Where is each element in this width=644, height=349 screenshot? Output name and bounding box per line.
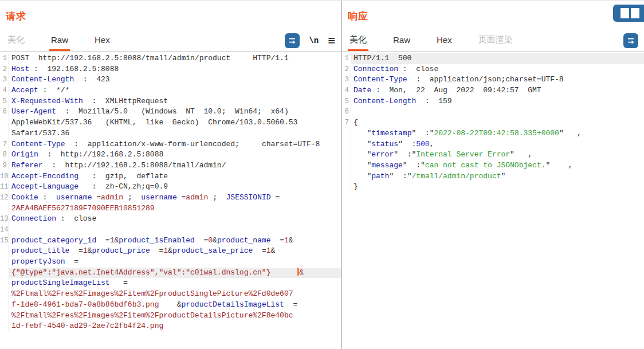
code-line: 4Accept : */*	[0, 85, 341, 96]
code-line: "path" :"/tmall/admin/product"	[342, 171, 644, 182]
code-text: "path" :"/tmall/admin/product"	[351, 171, 644, 182]
code-text: Safari/537.36	[9, 128, 341, 139]
line-number	[0, 203, 9, 214]
code-text: "timestamp" :"2022-08-22T09:42:58.335+00…	[351, 128, 644, 139]
line-number	[342, 139, 351, 150]
code-text: X-Requested-With : XMLHttpRequest	[9, 96, 341, 107]
line-number: 3	[0, 74, 9, 85]
line-number: 7	[0, 139, 9, 150]
code-line: }	[342, 182, 644, 193]
code-line: 2Host : 192.168.2.5:8088	[0, 64, 341, 75]
line-number	[0, 289, 9, 300]
code-text: product_title =1&product_price =1&produc…	[9, 246, 341, 257]
code-text: Content-Type : application/json;charset=…	[351, 74, 644, 85]
tab-美化[interactable]: 美化	[6, 30, 26, 51]
line-number	[0, 117, 9, 128]
code-text: productSingleImageList =	[9, 278, 341, 289]
response-tab-icons	[623, 30, 638, 51]
code-line: 6User-Agent : Mozilla/5.0 (Windows NT 10…	[0, 107, 341, 117]
code-line: %2Ftmall%2Fres%2Fimages%2Fitem%2Fproduct…	[0, 289, 341, 300]
code-line: "error" :"Internal Server Error" ,	[342, 150, 644, 160]
code-line: 5X-Requested-With : XMLHttpRequest	[0, 96, 341, 107]
newline-char-icon[interactable]: \n	[309, 36, 319, 45]
code-text: Accept-Encoding : gzip, deflate	[9, 171, 341, 182]
line-number: 13	[0, 214, 9, 225]
request-raw-editor[interactable]: 1POST http://192.168.2.5:8088/tmall/admi…	[0, 52, 341, 349]
tab-美化[interactable]: 美化	[348, 30, 368, 51]
line-number	[342, 160, 351, 171]
code-text: POST http://192.168.2.5:8088/tmall/admin…	[9, 53, 341, 64]
code-text: product_category_id =1&product_isEnabled…	[9, 236, 341, 246]
response-pretty-editor[interactable]: 1HTTP/1.1 5002Connection : close3Content…	[342, 52, 644, 349]
line-number: 2	[0, 64, 9, 75]
code-text: Connection : close	[351, 64, 644, 75]
code-text: "error" :"Internal Server Error" ,	[351, 150, 644, 160]
code-text: Date : Mon, 22 Aug 2022 09:42:57 GMT	[351, 85, 644, 96]
code-line: 1HTTP/1.1 500	[342, 53, 644, 64]
line-number	[0, 300, 9, 311]
line-number: 1	[0, 53, 9, 64]
code-line: 11Accept-Language : zh-CN,zh;q=0.9	[0, 182, 341, 193]
line-number	[342, 150, 351, 160]
code-text: HTTP/1.1 500	[351, 53, 644, 64]
code-line: 2Connection : close	[342, 64, 644, 75]
code-text: Content-Type : application/x-www-form-ur…	[9, 139, 341, 150]
tab-Raw[interactable]: Raw	[391, 30, 412, 51]
line-number	[0, 311, 9, 321]
code-line: 7{	[342, 117, 644, 128]
line-number: 10	[0, 171, 9, 182]
code-line: 15product_category_id =1&product_isEnabl…	[0, 236, 341, 246]
code-text: Accept : */*	[9, 85, 341, 96]
code-text: f-1de8-4961-bda7-0a8b86bdf6b3.png &produ…	[9, 300, 341, 311]
code-line: 13Connection : close	[0, 214, 341, 225]
code-text: Referer : http://192.168.2.5:8088/tmall/…	[9, 160, 341, 171]
code-line: 9Referer : http://192.168.2.5:8088/tmall…	[0, 160, 341, 171]
line-number: 3	[342, 74, 351, 85]
line-number: 11	[0, 182, 9, 193]
word-wrap-icon[interactable]	[623, 33, 638, 48]
line-number	[0, 128, 9, 139]
code-line: 7Content-Type : application/x-www-form-u…	[0, 139, 341, 150]
code-text: %2Ftmall%2Fres%2Fimages%2Fitem%2Fproduct…	[9, 289, 341, 300]
code-line: Safari/537.36	[0, 128, 341, 139]
code-text: "message" :"can not cast to JSONObject."…	[351, 160, 644, 171]
line-number: 4	[342, 85, 351, 96]
line-number: 15	[0, 236, 9, 246]
code-text: Cookie : username =admin ; username =adm…	[9, 193, 341, 203]
code-text	[351, 107, 644, 117]
line-number: 2	[342, 64, 351, 75]
line-number: 9	[0, 160, 9, 171]
code-line: 3Content-Length : 423	[0, 74, 341, 85]
code-line: 1d-febf-4540-ad29-2ae7c2fb4f24.png	[0, 321, 341, 332]
word-wrap-icon[interactable]	[285, 33, 300, 48]
http-inspector: 请求 美化RawHex \n ≡ 1POST http://192.168	[0, 0, 644, 349]
tab-页面渲染[interactable]: 页面渲染	[477, 30, 515, 51]
code-text: Host : 192.168.2.5:8088	[9, 64, 341, 75]
code-text	[9, 225, 341, 236]
line-number	[342, 171, 351, 182]
line-number	[0, 246, 9, 257]
code-text: 2AEA4BAEE5627189F7090EEB10851289	[9, 203, 341, 214]
code-text: propertyJson =	[9, 257, 341, 268]
code-text: Connection : close	[9, 214, 341, 225]
code-line: 14	[0, 225, 341, 236]
tab-Raw[interactable]: Raw	[49, 30, 70, 51]
code-line: 6	[342, 107, 644, 117]
code-line: 8Origin : http://192.168.2.5:8088	[0, 150, 341, 160]
code-text: User-Agent : Mozilla/5.0 (Windows NT 10.…	[9, 107, 341, 117]
code-line: "timestamp" :"2022-08-22T09:42:58.335+00…	[342, 128, 644, 139]
code-line: product_title =1&product_price =1&produc…	[0, 246, 341, 257]
hamburger-menu-icon[interactable]: ≡	[328, 34, 335, 47]
line-number	[0, 257, 9, 268]
request-tabs: 美化RawHex	[6, 30, 135, 51]
code-text: 1d-febf-4540-ad29-2ae7c2fb4f24.png	[9, 321, 341, 332]
tab-Hex[interactable]: Hex	[435, 30, 454, 51]
request-tabbar: 美化RawHex \n ≡	[0, 30, 341, 51]
response-tabbar: 美化RawHex页面渲染	[342, 30, 644, 51]
line-number: 5	[0, 96, 9, 107]
line-number	[342, 128, 351, 139]
code-line: f-1de8-4961-bda7-0a8b86bdf6b3.png &produ…	[0, 300, 341, 311]
code-line: {"@type":"java.net.Inet4Address","val":"…	[0, 268, 341, 279]
code-line: 12Cookie : username =admin ; username =a…	[0, 193, 341, 203]
tab-Hex[interactable]: Hex	[93, 30, 112, 51]
